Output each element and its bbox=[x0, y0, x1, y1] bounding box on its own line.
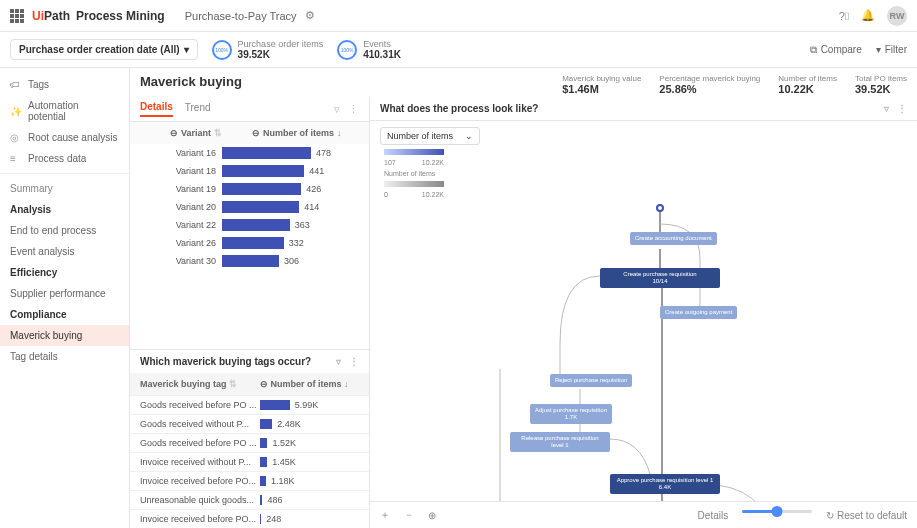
thickness-legend-bar bbox=[384, 181, 444, 187]
ring-icon: 100% bbox=[337, 40, 357, 60]
variant-chart-header: ⊖Variant⇅ ⊖Number of items↓ bbox=[130, 122, 369, 144]
variant-row[interactable]: Variant 18441 bbox=[130, 162, 369, 180]
color-legend-bar bbox=[384, 149, 444, 155]
process-graph[interactable]: Create accounting document Create purcha… bbox=[370, 204, 917, 501]
fit-icon[interactable]: ⊕ bbox=[428, 510, 436, 521]
variant-row[interactable]: Variant 20414 bbox=[130, 198, 369, 216]
product-name: Process Mining bbox=[76, 9, 165, 23]
metric-dropdown[interactable]: Number of items⌄ bbox=[380, 127, 480, 145]
filter-panel-icon[interactable]: ▿ bbox=[334, 103, 340, 116]
sidebar-heading-compliance[interactable]: Compliance bbox=[0, 304, 129, 325]
sidebar-heading-summary[interactable]: Summary bbox=[0, 178, 129, 199]
process-node[interactable]: Adjust purchase requisition1.7K bbox=[530, 404, 612, 424]
sparkle-icon: ✨ bbox=[10, 106, 22, 117]
list-icon: ≡ bbox=[10, 153, 22, 164]
metric-events: 100% Events410.31K bbox=[337, 39, 401, 60]
variant-row[interactable]: Variant 26332 bbox=[130, 234, 369, 252]
process-start-node[interactable] bbox=[656, 204, 664, 212]
sidebar-item-tags[interactable]: 🏷Tags bbox=[0, 74, 129, 95]
sidebar-item-supplier[interactable]: Supplier performance bbox=[0, 283, 129, 304]
tags-panel-title: Which maverick buying tags occur? bbox=[140, 356, 311, 367]
tag-row[interactable]: Unreasonable quick goods...486 bbox=[130, 490, 369, 509]
app-launcher-icon[interactable] bbox=[10, 9, 24, 23]
menu-icon[interactable]: ⋮ bbox=[348, 103, 359, 116]
zoom-bar: ＋ － ⊕ Details ↻ Reset to default bbox=[370, 501, 917, 528]
sidebar-item-automation[interactable]: ✨Automation potential bbox=[0, 95, 129, 127]
process-node[interactable]: Create purchase requisition10/14 bbox=[600, 268, 720, 288]
breadcrumb[interactable]: Purchase-to-Pay Tracy bbox=[185, 10, 297, 22]
compare-icon: ⧉ bbox=[810, 44, 817, 56]
filter-panel-icon[interactable]: ▿ bbox=[336, 356, 341, 367]
sidebar-heading-analysis[interactable]: Analysis bbox=[0, 199, 129, 220]
zoom-in-icon[interactable]: ＋ bbox=[380, 508, 390, 522]
settings-icon[interactable]: ⚙ bbox=[305, 9, 315, 22]
sidebar-item-e2e[interactable]: End to end process bbox=[0, 220, 129, 241]
detail-slider[interactable] bbox=[742, 510, 812, 513]
variant-chart: Variant 16478Variant 18441Variant 19426V… bbox=[130, 144, 369, 349]
ring-icon: 100% bbox=[212, 40, 232, 60]
zoom-out-icon[interactable]: － bbox=[404, 508, 414, 522]
col-count[interactable]: ⊖Number of items↓ bbox=[252, 128, 342, 138]
collapse-icon: ⊖ bbox=[170, 128, 178, 138]
col-variant[interactable]: ⊖Variant⇅ bbox=[140, 128, 222, 138]
tag-row[interactable]: Invoice received before PO...248 bbox=[130, 509, 369, 528]
target-icon: ◎ bbox=[10, 132, 22, 143]
filter-panel-icon[interactable]: ▿ bbox=[884, 103, 889, 114]
topbar: UiPath Process Mining Purchase-to-Pay Tr… bbox=[0, 0, 917, 32]
date-filter-pill[interactable]: Purchase order creation date (All)▾ bbox=[10, 39, 198, 60]
tags-chart: Goods received before PO ...5.99KGoods r… bbox=[130, 395, 369, 528]
kpi-items: Number of items10.22K bbox=[778, 74, 837, 95]
variant-row[interactable]: Variant 16478 bbox=[130, 144, 369, 162]
help-icon[interactable]: ?⃝ bbox=[839, 10, 849, 22]
kpi-pct: Percentage maverick buying25.86% bbox=[659, 74, 760, 95]
kpi-total: Total PO items39.52K bbox=[855, 74, 907, 95]
logo: UiPath bbox=[32, 9, 70, 23]
menu-icon[interactable]: ⋮ bbox=[897, 103, 907, 114]
tag-row[interactable]: Invoice received before PO...1.18K bbox=[130, 471, 369, 490]
filter-icon: ▾ bbox=[876, 44, 881, 55]
process-panel-title: What does the process look like? bbox=[380, 103, 538, 114]
compare-button[interactable]: ⧉Compare bbox=[810, 44, 862, 56]
sidebar-item-tagdetails[interactable]: Tag details bbox=[0, 346, 129, 367]
reset-button[interactable]: ↻ Reset to default bbox=[826, 510, 907, 521]
tag-row[interactable]: Goods received without P...2.48K bbox=[130, 414, 369, 433]
variant-row[interactable]: Variant 22363 bbox=[130, 216, 369, 234]
tag-row[interactable]: Invoice received without P...1.45K bbox=[130, 452, 369, 471]
chevron-down-icon: ⌄ bbox=[465, 131, 473, 141]
tag-row[interactable]: Goods received before PO ...5.99K bbox=[130, 395, 369, 414]
tag-row[interactable]: Goods received before PO ...1.52K bbox=[130, 433, 369, 452]
sidebar-item-maverick[interactable]: Maverick buying bbox=[0, 325, 129, 346]
avatar[interactable]: RW bbox=[887, 6, 907, 26]
filter-button[interactable]: ▾Filter bbox=[876, 44, 907, 55]
process-node[interactable]: Create accounting document bbox=[630, 232, 717, 245]
kpi-value: Maverick buying value$1.46M bbox=[562, 74, 641, 95]
variant-row[interactable]: Variant 30306 bbox=[130, 252, 369, 270]
details-label: Details bbox=[698, 510, 729, 521]
process-node[interactable]: Reject purchase requisition bbox=[550, 374, 632, 387]
tab-trend[interactable]: Trend bbox=[185, 102, 211, 116]
sidebar-item-event[interactable]: Event analysis bbox=[0, 241, 129, 262]
sidebar: 🏷Tags ✨Automation potential ◎Root cause … bbox=[0, 68, 130, 528]
col-tag[interactable]: Maverick buying tag ⇅ bbox=[140, 379, 260, 389]
collapse-icon: ⊖ bbox=[260, 379, 268, 389]
bell-icon[interactable]: 🔔 bbox=[861, 9, 875, 22]
process-node[interactable]: Release purchase requisition level 1 bbox=[510, 432, 610, 452]
sidebar-heading-efficiency[interactable]: Efficiency bbox=[0, 262, 129, 283]
sidebar-item-rootcause[interactable]: ◎Root cause analysis bbox=[0, 127, 129, 148]
metric-po-items: 100% Purchase order items39.52K bbox=[212, 39, 324, 60]
tab-details[interactable]: Details bbox=[140, 101, 173, 117]
process-node[interactable]: Approve purchase requisition level 16.4K bbox=[610, 474, 720, 494]
collapse-icon: ⊖ bbox=[252, 128, 260, 138]
page-title: Maverick buying bbox=[140, 74, 242, 89]
chevron-down-icon: ▾ bbox=[184, 44, 189, 55]
menu-icon[interactable]: ⋮ bbox=[349, 356, 359, 367]
tag-icon: 🏷 bbox=[10, 79, 22, 90]
filterbar: Purchase order creation date (All)▾ 100%… bbox=[0, 32, 917, 68]
col-tag-count[interactable]: ⊖ Number of items ↓ bbox=[260, 379, 349, 389]
process-node[interactable]: Create outgoing payment bbox=[660, 306, 737, 319]
sidebar-item-processdata[interactable]: ≡Process data bbox=[0, 148, 129, 169]
variant-row[interactable]: Variant 19426 bbox=[130, 180, 369, 198]
